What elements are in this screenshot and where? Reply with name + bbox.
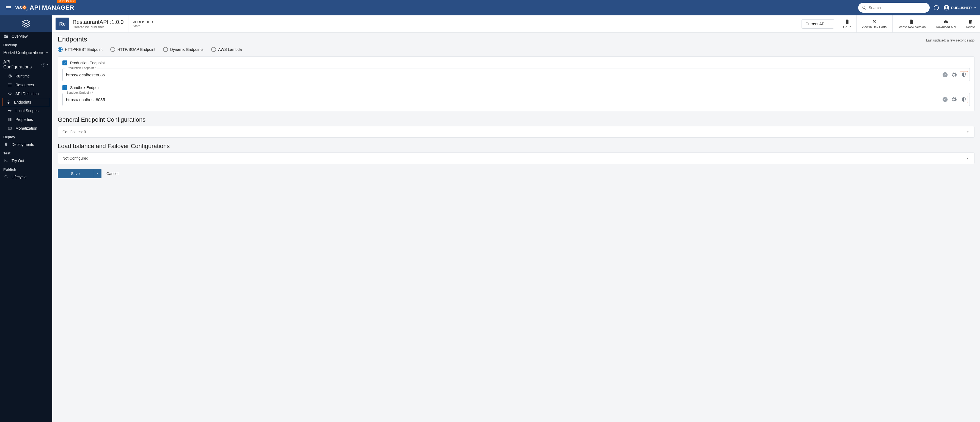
lb-failover-title: Load balance and Failover Configurations [58,143,975,150]
open-external-icon [872,19,877,24]
svg-point-8 [8,102,9,103]
general-config-title: General Endpoint Configurations [58,116,975,123]
svg-text:$: $ [10,127,10,129]
hamburger-menu[interactable] [3,3,13,13]
api-header: Re RestaurantAPI :1.0.0 Created by: publ… [52,15,980,33]
production-endpoint-field: Production Endpoint * [62,68,970,81]
search-input[interactable] [869,5,926,10]
sandbox-endpoint-field: Sandbox Endpoint * [62,93,970,106]
sidebar-item-monetization[interactable]: $ Monetization [0,124,52,133]
radio-unchecked-icon [211,47,216,52]
action-download-api[interactable]: Download API [931,15,961,32]
sidebar-label-test: Test [0,149,52,156]
list-icon [7,83,13,87]
radio-checked-icon [58,47,63,52]
cancel-button[interactable]: Cancel [107,171,119,176]
help-button[interactable]: i [934,5,939,10]
chevron-down-icon [966,156,970,160]
money-icon: $ [7,126,13,130]
trash-icon [968,19,973,24]
hub-icon [6,100,11,105]
svg-point-10 [10,102,10,103]
search-icon [862,5,866,10]
production-endpoint-input[interactable] [66,73,942,77]
radio-http-soap[interactable]: HTTP/SOAP Endpoint [110,47,155,52]
action-view-dev-portal[interactable]: View in Dev Portal [856,15,892,32]
svg-text:i: i [936,6,936,10]
info-icon: i [934,5,939,10]
sidebar-item-deployments[interactable]: Deployments [0,140,52,149]
publisher-badge: PUBLISHER [57,0,76,3]
endpoint-check-icon[interactable] [942,72,948,78]
lb-failover-expander[interactable]: Not Configured [58,152,975,164]
search-box[interactable] [858,3,930,13]
user-menu[interactable]: PUBLISHER [943,5,977,11]
endpoint-gear-icon[interactable] [951,97,957,103]
cloud-download-icon [943,19,948,24]
product-name: API MANAGER [30,4,74,11]
code-icon [7,92,13,96]
endpoint-type-radios: HTTP/REST Endpoint HTTP/SOAP Endpoint Dy… [58,47,975,52]
caret-down-icon [827,22,830,25]
layers-icon [21,19,31,29]
product-logo[interactable]: WS O 2 API MANAGER PUBLISHER [15,4,74,11]
wso2-logo-icon: WS O 2 [15,4,28,11]
certificates-expander[interactable]: Certificates: 0 [58,126,975,138]
sidebar-item-properties[interactable]: Properties [0,115,52,124]
action-create-new-version[interactable]: Create New Version [892,15,931,32]
sidebar-label-publish: Publish [0,165,52,173]
sidebar-label-deploy: Deploy [0,133,52,140]
sidebar-item-api-configurations[interactable]: API Configurations i [0,57,52,72]
action-go-to[interactable]: Go To [838,15,856,32]
radio-http-rest[interactable]: HTTP/REST Endpoint [58,47,103,52]
refresh-icon [3,175,9,179]
main-content: Re RestaurantAPI :1.0.0 Created by: publ… [52,15,980,422]
checkbox-checked-icon [62,60,67,65]
sidebar-item-api-definition[interactable]: API Definition [0,89,52,98]
svg-text:2: 2 [26,8,27,11]
key-icon [7,108,13,113]
sandbox-endpoint-input[interactable] [66,97,942,102]
endpoint-security-icon[interactable] [960,71,968,78]
sidebar: Overview Develop Portal Configurations A… [0,15,52,422]
sidebar-item-endpoints[interactable]: Endpoints [2,98,50,106]
sidebar-item-runtime[interactable]: Runtime [0,72,52,81]
checkbox-checked-icon [62,85,67,90]
save-button-group: Save [58,169,102,178]
sidebar-item-resources[interactable]: Resources [0,81,52,89]
sandbox-endpoint-checkbox[interactable]: Sandbox Endpoint [62,85,970,90]
endpoint-gear-icon[interactable] [951,72,957,78]
add-doc-icon [909,19,914,24]
endpoint-check-icon[interactable] [942,97,948,103]
production-endpoint-checkbox[interactable]: Production Endpoint [62,60,970,65]
dashboard-icon [3,34,9,38]
save-button[interactable]: Save [58,169,93,178]
current-api-dropdown[interactable]: Current API [802,19,834,29]
api-title: RestaurantAPI :1.0.0 [73,19,124,25]
chevron-down-icon [45,51,49,55]
menu-icon [5,5,11,11]
action-delete[interactable]: Delete [961,15,980,32]
properties-icon [7,117,13,122]
radio-aws-lambda[interactable]: AWS Lambda [211,47,242,52]
svg-point-11 [8,100,9,102]
endpoint-security-icon[interactable] [960,96,968,103]
page-title: Endpoints [58,35,87,43]
endpoints-card: Production Endpoint Production Endpoint … [58,56,975,111]
radio-dynamic[interactable]: Dynamic Endpoints [163,47,204,52]
sidebar-item-overview[interactable]: Overview [0,32,52,41]
chevron-up-icon [45,63,49,67]
sidebar-logo[interactable] [0,15,52,32]
svg-text:O: O [23,6,25,9]
sidebar-item-lifecycle[interactable]: Lifecycle [0,173,52,181]
api-state-value: PUBLISHED [133,20,153,24]
sidebar-item-local-scopes[interactable]: Local Scopes [0,106,52,115]
sidebar-item-tryout[interactable]: Try Out [0,156,52,165]
svg-point-12 [8,103,9,104]
location-icon [3,142,9,147]
svg-point-9 [7,102,8,103]
gear-icon [7,74,13,78]
save-dropdown-button[interactable] [93,169,102,178]
radio-unchecked-icon [110,47,115,52]
sidebar-item-portal-configurations[interactable]: Portal Configurations [0,48,52,57]
